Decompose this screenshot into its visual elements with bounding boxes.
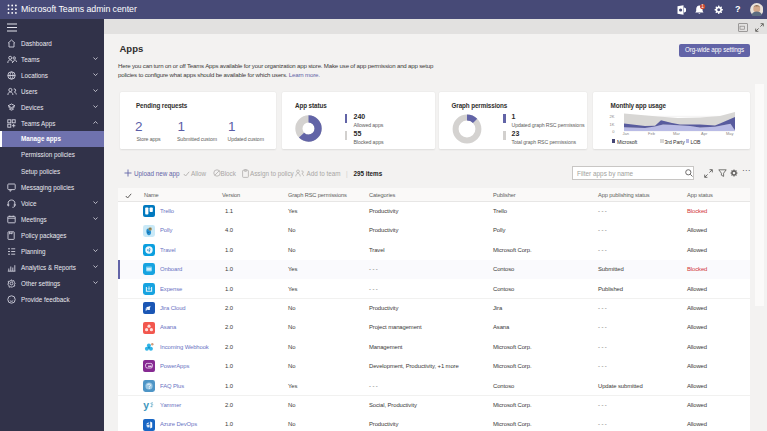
svg-text:Jan: Jan <box>623 131 629 136</box>
svg-text:Feb: Feb <box>648 131 656 136</box>
svg-text:May: May <box>726 131 734 136</box>
svg-text:Apr: Apr <box>701 131 708 136</box>
svg-text:Mar: Mar <box>673 131 681 136</box>
svg-text:1K: 1K <box>610 122 615 127</box>
svg-text:2K: 2K <box>610 114 615 119</box>
svg-text:0: 0 <box>612 129 615 134</box>
svg-text:y: y <box>143 399 149 411</box>
svg-text:1: 1 <box>701 4 704 9</box>
